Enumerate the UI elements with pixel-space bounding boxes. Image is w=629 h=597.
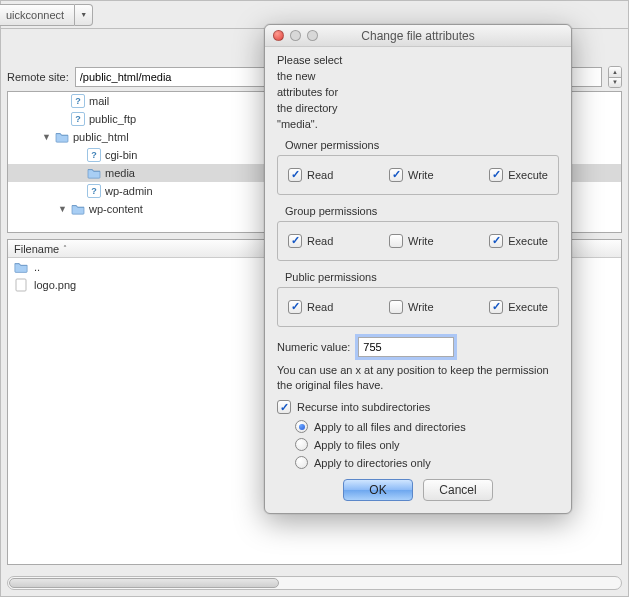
checkbox-icon[interactable]	[288, 300, 302, 314]
svg-rect-0	[16, 279, 26, 291]
tree-item-label: public_ftp	[89, 113, 136, 125]
checkbox-icon[interactable]	[389, 168, 403, 182]
cancel-button[interactable]: Cancel	[423, 479, 493, 501]
permission-box: ReadWriteExecute	[277, 287, 559, 327]
checkbox-label: Read	[307, 235, 333, 247]
permission-group: Group permissionsReadWriteExecute	[277, 205, 559, 261]
tree-item-label: mail	[89, 95, 109, 107]
recurse-mode-radio[interactable]: Apply to files only	[295, 438, 559, 451]
ok-button-label: OK	[369, 483, 386, 497]
permission-checkbox-read[interactable]: Read	[288, 168, 333, 182]
permission-checkbox-write[interactable]: Write	[389, 234, 433, 248]
file-name: logo.png	[34, 279, 76, 291]
filename-column: Filename	[14, 243, 59, 255]
scrollbar-thumb[interactable]	[9, 578, 279, 588]
quickconnect-label: uickconnect	[6, 9, 64, 21]
recurse-mode-radio[interactable]: Apply to directories only	[295, 456, 559, 469]
checkbox-label: Execute	[508, 169, 548, 181]
checkbox-icon[interactable]	[489, 234, 503, 248]
permission-checkbox-execute[interactable]: Execute	[489, 234, 548, 248]
numeric-value-row: Numeric value:	[277, 337, 559, 357]
quickconnect-button[interactable]: uickconnect	[0, 4, 75, 26]
checkbox-icon[interactable]	[288, 168, 302, 182]
checkbox-label: Read	[307, 169, 333, 181]
numeric-value-label: Numeric value:	[277, 341, 350, 353]
permission-checkbox-execute[interactable]: Execute	[489, 300, 548, 314]
checkbox-label: Write	[408, 301, 433, 313]
numeric-value-input[interactable]	[358, 337, 454, 357]
stepper-up-icon[interactable]: ▲	[609, 67, 621, 78]
radio-icon[interactable]	[295, 456, 308, 469]
chevron-down-icon: ▼	[80, 11, 87, 18]
permission-group-title: Public permissions	[285, 271, 559, 283]
permission-checkbox-write[interactable]: Write	[389, 168, 433, 182]
radio-label: Apply to directories only	[314, 457, 431, 469]
quickconnect-dropdown[interactable]: ▼	[75, 4, 93, 26]
permission-group: Owner permissionsReadWriteExecute	[277, 139, 559, 195]
cancel-button-label: Cancel	[439, 483, 476, 497]
dialog-intro: Please select the new attributes for the…	[277, 53, 345, 133]
checkbox-label: Execute	[508, 301, 548, 313]
recurse-checkbox-row[interactable]: Recurse into subdirectories	[277, 400, 559, 414]
checkbox-icon[interactable]	[489, 168, 503, 182]
permission-group: Public permissionsReadWriteExecute	[277, 271, 559, 327]
radio-icon[interactable]	[295, 420, 308, 433]
tree-item-label: public_html	[73, 131, 129, 143]
checkbox-icon[interactable]	[389, 234, 403, 248]
recurse-mode-group: Apply to all files and directoriesApply …	[277, 420, 559, 469]
permission-box: ReadWriteExecute	[277, 221, 559, 261]
tree-item-label: wp-content	[89, 203, 143, 215]
permission-box: ReadWriteExecute	[277, 155, 559, 195]
zoom-icon[interactable]	[307, 30, 318, 41]
stepper-down-icon[interactable]: ▼	[609, 78, 621, 88]
dialog-titlebar: Change file attributes	[265, 25, 571, 47]
permission-checkbox-execute[interactable]: Execute	[489, 168, 548, 182]
dialog-body: Please select the new attributes for the…	[265, 47, 571, 501]
file-name: ..	[34, 261, 40, 273]
disclosure-triangle-icon[interactable]: ▼	[42, 132, 51, 142]
horizontal-scrollbar[interactable]	[7, 576, 622, 590]
minimize-icon[interactable]	[290, 30, 301, 41]
numeric-note: You can use an x at any position to keep…	[277, 363, 559, 393]
recurse-label: Recurse into subdirectories	[297, 401, 430, 413]
question-icon: ?	[71, 112, 85, 126]
dialog-buttons: OK Cancel	[277, 479, 559, 501]
radio-label: Apply to all files and directories	[314, 421, 466, 433]
recurse-mode-radio[interactable]: Apply to all files and directories	[295, 420, 559, 433]
change-attributes-dialog: Change file attributes Please select the…	[264, 24, 572, 514]
permission-group-title: Owner permissions	[285, 139, 559, 151]
disclosure-triangle-icon[interactable]: ▼	[58, 204, 67, 214]
recurse-checkbox[interactable]	[277, 400, 291, 414]
checkbox-label: Write	[408, 169, 433, 181]
radio-icon[interactable]	[295, 438, 308, 451]
permission-checkbox-read[interactable]: Read	[288, 300, 333, 314]
folder-icon	[87, 166, 101, 180]
question-icon: ?	[71, 94, 85, 108]
tree-item-label: cgi-bin	[105, 149, 137, 161]
checkbox-label: Read	[307, 301, 333, 313]
ok-button[interactable]: OK	[343, 479, 413, 501]
traffic-lights	[273, 30, 318, 41]
question-icon: ?	[87, 184, 101, 198]
question-icon: ?	[87, 148, 101, 162]
remote-site-label: Remote site:	[7, 71, 69, 83]
folder-icon	[14, 260, 28, 274]
checkbox-label: Write	[408, 235, 433, 247]
folder-icon	[55, 130, 69, 144]
sort-asc-icon: ˄	[63, 244, 67, 253]
remote-site-stepper[interactable]: ▲ ▼	[608, 66, 622, 88]
tree-item-label: wp-admin	[105, 185, 153, 197]
checkbox-icon[interactable]	[489, 300, 503, 314]
checkbox-label: Execute	[508, 235, 548, 247]
radio-label: Apply to files only	[314, 439, 400, 451]
file-icon	[14, 278, 28, 292]
close-icon[interactable]	[273, 30, 284, 41]
permission-checkbox-write[interactable]: Write	[389, 300, 433, 314]
folder-icon	[71, 202, 85, 216]
checkbox-icon[interactable]	[288, 234, 302, 248]
permission-checkbox-read[interactable]: Read	[288, 234, 333, 248]
tree-item-label: media	[105, 167, 135, 179]
checkbox-icon[interactable]	[389, 300, 403, 314]
permission-group-title: Group permissions	[285, 205, 559, 217]
